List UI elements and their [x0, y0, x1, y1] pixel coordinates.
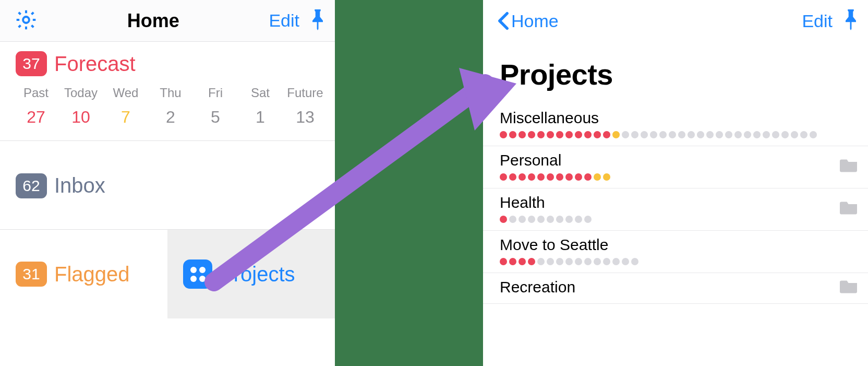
- forecast-day-count: 5: [211, 108, 220, 127]
- forecast-label: Forecast: [54, 52, 136, 76]
- projects-title: Projects: [483, 42, 868, 104]
- forecast-day[interactable]: Thu2: [150, 86, 191, 127]
- forecast-day-count: 2: [166, 108, 175, 127]
- project-row[interactable]: Miscellaneous: [483, 104, 868, 146]
- project-name: Move to Seattle: [500, 236, 638, 254]
- forecast-day-name: Sat: [251, 86, 270, 100]
- settings-gear-icon[interactable]: [15, 8, 38, 33]
- back-button[interactable]: Home: [498, 11, 559, 31]
- forecast-day-name: Past: [23, 86, 49, 100]
- forecast-day[interactable]: Fri5: [195, 86, 236, 127]
- forecast-day-count: 7: [121, 108, 130, 127]
- projects-label: Projects: [220, 263, 295, 286]
- bottom-perspectives-row: 31 Flagged Projects: [0, 230, 335, 318]
- perspective-projects[interactable]: Projects: [167, 230, 335, 318]
- forecast-day-count: 27: [27, 108, 45, 127]
- forecast-day-count: 10: [71, 108, 90, 127]
- page-title: Home: [127, 10, 179, 32]
- project-name: Recreation: [500, 278, 575, 296]
- folder-icon: [840, 158, 859, 174]
- home-screen: Home Edit 37 Forecast Past27Today10Wed7T…: [0, 0, 335, 366]
- projects-navbar: Home Edit: [483, 0, 868, 42]
- projects-screen: Home Edit Projects MiscellaneousPersonal…: [483, 0, 868, 366]
- forecast-day-name: Fri: [208, 86, 223, 100]
- flagged-count-badge: 31: [16, 262, 47, 287]
- flagged-label: Flagged: [54, 263, 130, 286]
- forecast-day-count: 1: [256, 108, 265, 127]
- perspective-inbox[interactable]: 62 Inbox: [0, 141, 335, 230]
- perspective-forecast[interactable]: 37 Forecast: [0, 42, 335, 86]
- pin-icon[interactable]: [310, 9, 326, 32]
- project-name: Personal: [500, 151, 610, 169]
- edit-button[interactable]: Edit: [802, 11, 833, 31]
- forecast-day[interactable]: Past27: [16, 86, 56, 127]
- edit-button[interactable]: Edit: [269, 10, 299, 31]
- folder-icon: [840, 200, 859, 217]
- perspective-flagged[interactable]: 31 Flagged: [0, 230, 167, 318]
- separator-gap: [335, 0, 483, 366]
- project-name: Miscellaneous: [500, 109, 817, 127]
- forecast-days-row: Past27Today10Wed7Thu2Fri5Sat1Future13: [0, 86, 335, 140]
- forecast-day[interactable]: Wed7: [105, 86, 146, 127]
- forecast-day[interactable]: Future13: [285, 86, 326, 127]
- forecast-day[interactable]: Today10: [61, 86, 101, 127]
- folder-icon: [840, 279, 859, 296]
- forecast-day-name: Future: [287, 86, 323, 100]
- projects-list: MiscellaneousPersonalHealthMove to Seatt…: [483, 104, 868, 304]
- project-status-dots: [500, 131, 817, 138]
- project-row[interactable]: Recreation: [483, 273, 868, 304]
- svg-point-0: [23, 17, 29, 23]
- inbox-count-badge: 62: [16, 173, 47, 198]
- back-label: Home: [511, 11, 559, 31]
- forecast-day-name: Thu: [160, 86, 181, 100]
- forecast-day-count: 13: [296, 108, 315, 127]
- home-navbar: Home Edit: [0, 0, 335, 42]
- forecast-day-name: Wed: [113, 86, 139, 100]
- project-row[interactable]: Personal: [483, 146, 868, 188]
- projects-icon: [183, 259, 212, 289]
- project-row[interactable]: Health: [483, 188, 868, 231]
- forecast-count-badge: 37: [16, 51, 47, 76]
- pin-icon[interactable]: [843, 9, 859, 32]
- project-status-dots: [500, 173, 610, 181]
- inbox-label: Inbox: [54, 174, 105, 197]
- project-status-dots: [500, 258, 638, 265]
- forecast-day[interactable]: Sat1: [240, 86, 281, 127]
- project-row[interactable]: Move to Seattle: [483, 231, 868, 273]
- forecast-day-name: Today: [64, 86, 98, 100]
- project-status-dots: [500, 216, 592, 223]
- project-name: Health: [500, 194, 592, 211]
